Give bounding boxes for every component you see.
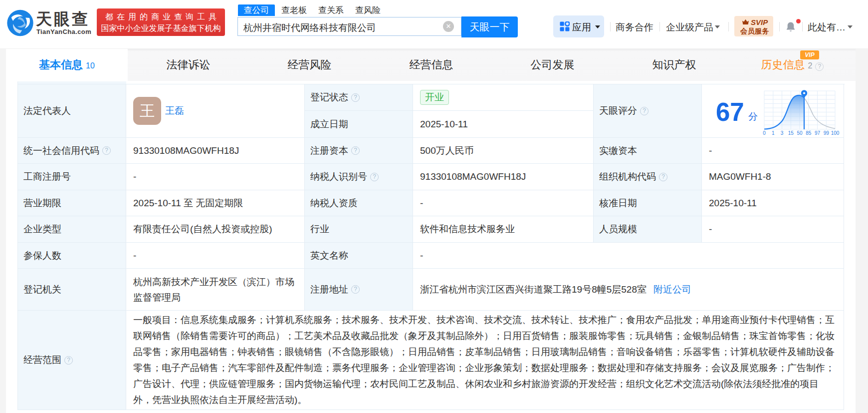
svg-text:97: 97 (815, 130, 821, 136)
svg-text:1: 1 (772, 130, 775, 136)
svg-text:3: 3 (781, 130, 784, 136)
svg-text:15: 15 (788, 130, 794, 136)
svg-text:100: 100 (831, 130, 840, 136)
svg-text:0: 0 (763, 130, 766, 136)
svg-text:50: 50 (797, 130, 803, 136)
svg-text:85: 85 (806, 130, 812, 136)
svg-text:99: 99 (824, 130, 830, 136)
